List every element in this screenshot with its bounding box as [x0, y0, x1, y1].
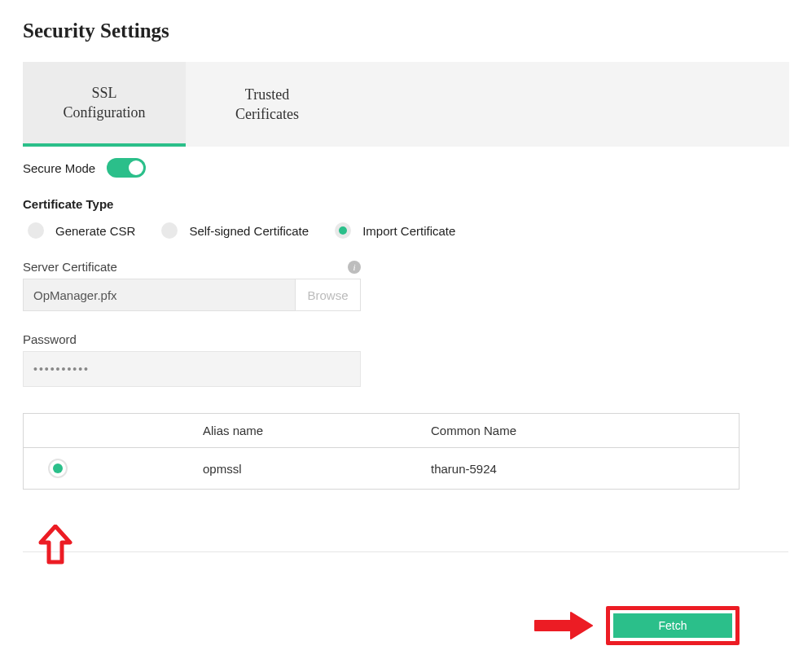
server-certificate-label-row: Server Certificate i [23, 260, 361, 274]
annotation-arrow-up-icon [37, 525, 73, 565]
radio-label-generate-csr: Generate CSR [55, 224, 135, 238]
row-alias: opmssl [203, 462, 431, 476]
toggle-knob [129, 160, 143, 175]
server-certificate-file-input[interactable]: OpManager.pfx Browse [23, 279, 361, 311]
certificate-table: Alias name Common Name opmssl tharun-592… [23, 413, 740, 490]
fetch-button-annotation-box: Fetch [606, 606, 740, 645]
divider [23, 551, 788, 552]
secure-mode-toggle[interactable] [107, 158, 146, 178]
server-certificate-filename: OpManager.pfx [24, 279, 295, 310]
info-icon: i [348, 261, 361, 274]
radio-label-self-signed: Self-signed Certificate [189, 224, 309, 238]
secure-mode-label: Secure Mode [23, 161, 95, 175]
row-select-radio[interactable] [48, 459, 68, 478]
server-certificate-label: Server Certificate [23, 260, 117, 274]
table-header-alias: Alias name [203, 424, 431, 437]
table-header: Alias name Common Name [24, 414, 739, 448]
secure-mode-row: Secure Mode [23, 158, 789, 178]
password-label: Password [23, 332, 361, 346]
radio-self-signed[interactable] [161, 222, 178, 239]
certificate-type-options: Generate CSR Self-signed Certificate Imp… [23, 222, 789, 239]
annotation-arrow-right-icon [532, 611, 595, 640]
page-title: Security Settings [23, 20, 789, 42]
row-common-name: tharun-5924 [431, 462, 724, 476]
certificate-type-label: Certificate Type [23, 197, 789, 211]
fetch-button[interactable]: Fetch [613, 613, 732, 638]
tabs-bar: SSL Configuration Trusted Cerificates [23, 62, 789, 147]
radio-generate-csr[interactable] [28, 222, 44, 239]
tab-trusted-certificates[interactable]: Trusted Cerificates [186, 62, 349, 147]
table-row: opmssl tharun-5924 [24, 448, 739, 489]
browse-button[interactable]: Browse [295, 279, 360, 310]
tab-ssl-configuration[interactable]: SSL Configuration [23, 62, 186, 147]
password-input[interactable] [23, 351, 361, 387]
radio-label-import-certificate: Import Certificate [362, 224, 455, 238]
radio-import-certificate[interactable] [335, 222, 351, 239]
table-header-common-name: Common Name [431, 424, 724, 437]
